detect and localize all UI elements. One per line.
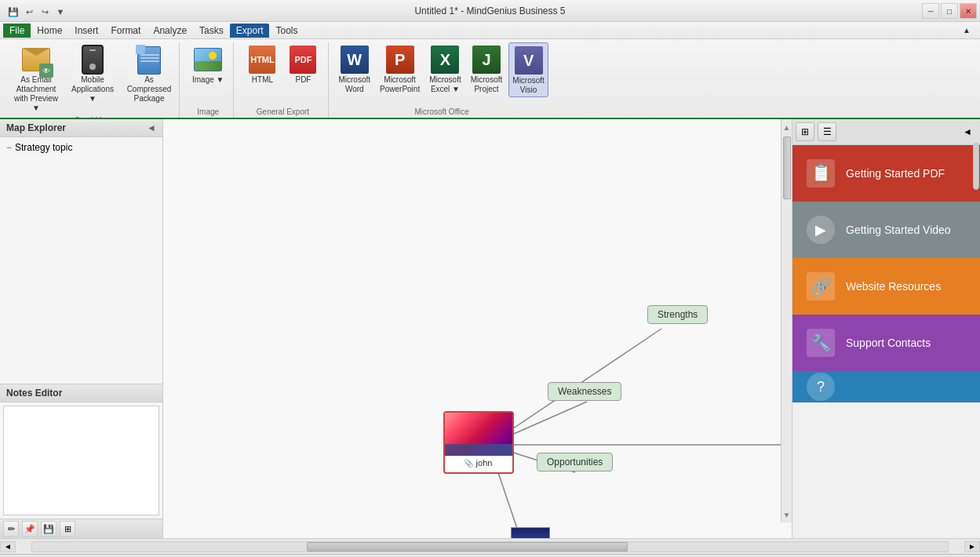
ribbon-group-send-map: 👁 As Email Attachmentwith Preview ▼ Mobi… bbox=[6, 42, 180, 118]
ribbon-btn-image[interactable]: Image ▼ bbox=[189, 42, 227, 86]
node-strengths-label: Strengths bbox=[658, 309, 698, 320]
ribbon-btn-ms-excel[interactable]: X MicrosoftExcel ▼ bbox=[426, 42, 464, 96]
tree-item-strategy-topic[interactable]: − Strategy topic bbox=[3, 140, 159, 155]
menu-home[interactable]: Home bbox=[31, 24, 68, 38]
scroll-left-btn[interactable]: ◄ bbox=[0, 541, 16, 552]
window-controls[interactable]: ─ □ ✕ bbox=[922, 3, 977, 19]
menu-tools[interactable]: Tools bbox=[269, 24, 304, 38]
horizontal-scrollbar[interactable]: ◄ ► bbox=[0, 538, 980, 554]
node-weaknesses-label: Weaknesses bbox=[558, 386, 611, 397]
notes-save-btn[interactable]: 💾 bbox=[41, 521, 56, 537]
pdf-icon: PDF bbox=[287, 44, 319, 75]
ribbon-btn-compressed[interactable]: As CompressedPackage bbox=[122, 42, 176, 105]
ribbon-btn-ms-project[interactable]: J MicrosoftProject bbox=[468, 42, 506, 96]
card-getting-started-video[interactable]: ▶ Getting Started Video bbox=[792, 202, 980, 258]
right-scroll[interactable] bbox=[972, 141, 980, 538]
ribbon-btn-ms-word[interactable]: W MicrosoftWord bbox=[335, 42, 373, 96]
node-weaknesses[interactable]: Weaknesses bbox=[548, 382, 621, 401]
ribbon-btn-ms-visio[interactable]: V MicrosoftVisio bbox=[508, 42, 548, 97]
support-contacts-label: Support Contacts bbox=[846, 337, 931, 349]
node-strengths[interactable]: Strengths bbox=[647, 305, 708, 324]
scroll-thumb[interactable] bbox=[783, 137, 791, 199]
ribbon-btn-html[interactable]: HTML HTML bbox=[243, 42, 281, 86]
panel-collapse-btn[interactable]: ◄ bbox=[147, 122, 156, 133]
website-resources-icon: 🔗 bbox=[805, 271, 836, 302]
map-explorer-header: Map Explorer ◄ bbox=[0, 119, 162, 137]
scroll-right-btn[interactable]: ► bbox=[964, 541, 980, 552]
menu-file[interactable]: File bbox=[3, 24, 31, 38]
tree-item-label: Strategy topic bbox=[15, 142, 72, 153]
node-opportunities[interactable]: Opportunities bbox=[537, 453, 613, 471]
menu-insert[interactable]: Insert bbox=[68, 24, 104, 38]
panel-expand-btn[interactable]: ◄ bbox=[958, 122, 977, 141]
maximize-btn[interactable]: □ bbox=[941, 3, 958, 19]
left-panel: Map Explorer ◄ − Strategy topic Notes Ed… bbox=[0, 119, 163, 538]
mobile-apps-icon bbox=[77, 44, 108, 75]
card-getting-started-pdf[interactable]: 📋 Getting Started PDF bbox=[792, 145, 980, 202]
email-attachment-icon: 👁 bbox=[20, 44, 52, 75]
attachment-icon: 📎 bbox=[464, 459, 473, 468]
menu-analyze[interactable]: Analyze bbox=[147, 24, 193, 38]
getting-started-pdf-icon: 📋 bbox=[805, 158, 836, 189]
h-scroll-track[interactable] bbox=[31, 541, 949, 552]
card-website-resources[interactable]: 🔗 Website Resources bbox=[792, 258, 980, 315]
window-title: Untitled 1* - MindGenius Business 5 bbox=[414, 5, 565, 16]
more-qa-btn[interactable]: ▼ bbox=[53, 5, 67, 19]
ribbon-group-image: Image ▼ Image bbox=[183, 42, 234, 118]
title-bar: 💾 ↩ ↪ ▼ Untitled 1* - MindGenius Busines… bbox=[0, 0, 980, 22]
h-scroll-thumb[interactable] bbox=[307, 542, 627, 552]
minimize-btn[interactable]: ─ bbox=[922, 3, 939, 19]
ms-excel-icon: X bbox=[429, 44, 461, 75]
menu-format[interactable]: Format bbox=[104, 24, 147, 38]
ribbon-btn-email-attachment[interactable]: 👁 As Email Attachmentwith Preview ▼ bbox=[9, 42, 63, 115]
panel-grid-btn[interactable]: ⊞ bbox=[796, 122, 814, 141]
website-resources-label: Website Resources bbox=[846, 280, 941, 293]
ribbon-group-general-export: HTML HTML PDF PDF General Export bbox=[237, 42, 329, 118]
getting-started-pdf-label: Getting Started PDF bbox=[846, 167, 945, 180]
ribbon-btn-ms-powerpoint[interactable]: P MicrosoftPowerPoint bbox=[377, 42, 423, 96]
right-scroll-thumb[interactable] bbox=[973, 143, 979, 190]
connector-lines bbox=[163, 119, 792, 538]
vertical-scrollbar[interactable]: ▲ ▼ bbox=[781, 119, 792, 522]
notes-pin-btn[interactable]: 📌 bbox=[22, 521, 38, 537]
compressed-icon bbox=[133, 44, 165, 75]
notes-edit-btn[interactable]: ✏ bbox=[3, 521, 19, 537]
node-john-label: john bbox=[475, 457, 494, 469]
ms-word-icon: W bbox=[339, 44, 370, 75]
right-panel-header: ⊞ ☰ ◄ bbox=[792, 119, 980, 145]
scroll-down-btn[interactable]: ▼ bbox=[781, 507, 792, 522]
right-panel-scroll[interactable]: 📋 Getting Started PDF ▶ Getting Started … bbox=[792, 145, 980, 538]
card-support-contacts[interactable]: 🔧 Support Contacts bbox=[792, 315, 980, 371]
ribbon-btn-mobile-apps[interactable]: MobileApplications ▼ bbox=[66, 42, 119, 105]
notes-grid-btn[interactable]: ⊞ bbox=[60, 521, 75, 537]
notes-panel: Notes Editor ✏ 📌 💾 ⊞ bbox=[0, 384, 162, 538]
node-john-image bbox=[445, 413, 512, 456]
image-group-label: Image bbox=[197, 106, 219, 118]
redo-btn[interactable]: ↪ bbox=[38, 5, 52, 19]
ms-project-icon: J bbox=[471, 44, 502, 75]
close-btn[interactable]: ✕ bbox=[960, 3, 977, 19]
notes-editor-textarea[interactable] bbox=[3, 406, 159, 515]
menu-tasks[interactable]: Tasks bbox=[193, 24, 230, 38]
node-john[interactable]: 📎 john bbox=[443, 411, 514, 474]
ribbon-collapse-btn[interactable]: ▲ bbox=[956, 24, 977, 36]
ribbon-btn-pdf[interactable]: PDF PDF bbox=[284, 42, 322, 86]
node-targets[interactable]: 📄 targets bbox=[511, 527, 551, 538]
scroll-up-btn[interactable]: ▲ bbox=[781, 119, 792, 135]
pdf-btn-label: PDF bbox=[295, 75, 311, 85]
menu-export[interactable]: Export bbox=[230, 24, 270, 38]
ribbon-send-map-items: 👁 As Email Attachmentwith Preview ▼ Mobi… bbox=[9, 42, 176, 115]
image-icon bbox=[192, 44, 224, 75]
compressed-label: As CompressedPackage bbox=[126, 75, 173, 104]
general-export-label: General Export bbox=[257, 106, 309, 118]
quick-access-toolbar[interactable]: 💾 ↩ ↪ ▼ bbox=[3, 3, 71, 20]
ribbon-image-items: Image ▼ bbox=[189, 42, 227, 106]
save-quick-btn[interactable]: 💾 bbox=[6, 5, 20, 19]
ms-office-label: Microsoft Office bbox=[415, 106, 469, 118]
undo-btn[interactable]: ↩ bbox=[22, 5, 36, 19]
canvas-area[interactable]: Strengths Weaknesses 📎 john Opportuniti bbox=[163, 119, 792, 538]
panel-list-btn[interactable]: ☰ bbox=[818, 122, 836, 141]
tree-collapse-icon: − bbox=[6, 142, 12, 153]
card-bottom-partial[interactable]: ? bbox=[792, 371, 980, 402]
html-btn-label: HTML bbox=[252, 75, 273, 85]
